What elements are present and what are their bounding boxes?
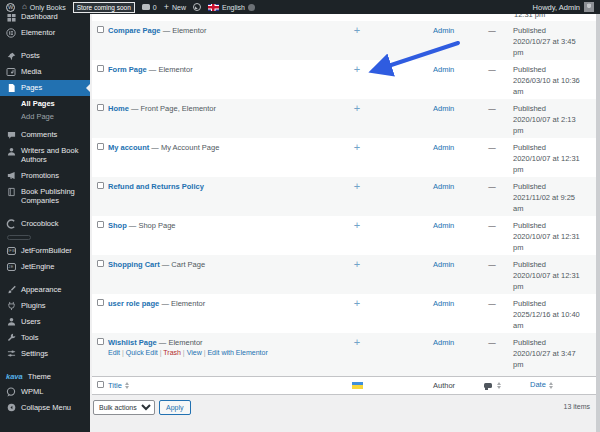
avatar[interactable]	[584, 2, 594, 12]
sidebar-item-posts[interactable]: Posts	[0, 48, 90, 64]
add-translation-icon[interactable]: +	[354, 143, 360, 177]
sidebar-item-writers-and-book-authors[interactable]: Writers and Book Authors	[0, 143, 90, 168]
sidebar-item-promotions[interactable]: Promotions	[0, 168, 90, 184]
add-translation-icon[interactable]: +	[354, 26, 360, 60]
table-row-refund-policy: Refund and Returns Policy + Admin — Publ…	[92, 177, 596, 216]
howdy-text[interactable]: Howdy, Admin	[533, 3, 580, 12]
sidebar-item-crocoblock[interactable]: Crocoblock	[0, 216, 90, 232]
sidebar-item-book-publishing-companies[interactable]: Book Publishing Companies	[0, 184, 90, 209]
trash-link[interactable]: Trash	[163, 349, 181, 356]
sidebar-item-elementor[interactable]: Elementor	[0, 25, 90, 41]
person-icon	[6, 146, 16, 156]
sidebar-item-label: JetFormBuilder	[21, 246, 72, 255]
wpml-icon[interactable]	[193, 3, 201, 11]
page-title-link[interactable]: Form Page	[108, 65, 147, 74]
select-row-checkbox[interactable]	[97, 143, 104, 150]
sidebar-item-appearance[interactable]: Appearance	[0, 282, 90, 298]
sidebar-item-label: Promotions	[21, 171, 59, 180]
select-row-checkbox[interactable]	[97, 26, 104, 33]
page-title-link[interactable]: Home	[108, 104, 129, 113]
add-translation-icon[interactable]: +	[354, 260, 360, 294]
sidebar-item-label: JetEngine	[21, 262, 54, 271]
author-column-label: Author	[433, 381, 455, 390]
no-comments-dash: —	[488, 26, 496, 35]
page-title-suffix: — My Account Page	[151, 143, 219, 152]
select-row-checkbox[interactable]	[97, 65, 104, 72]
sort-by-title[interactable]: Title	[108, 381, 129, 390]
select-row-checkbox[interactable]	[97, 338, 104, 345]
sidebar-item-kava-theme[interactable]: kava Theme	[0, 369, 90, 384]
add-translation-icon[interactable]: +	[354, 299, 360, 333]
select-row-checkbox[interactable]	[97, 299, 104, 306]
new-content-menu[interactable]: + New	[164, 3, 186, 11]
add-translation-icon[interactable]: +	[354, 221, 360, 255]
sidebar-item-dashboard[interactable]: Dashboard	[0, 14, 90, 25]
partial-row: 12:31 pm	[92, 14, 596, 21]
author-link[interactable]: Admin	[433, 182, 454, 191]
submenu-item-add-page[interactable]: Add Page	[0, 110, 90, 123]
sort-arrows-icon	[125, 382, 129, 389]
add-translation-icon[interactable]: +	[354, 65, 360, 99]
store-coming-soon-badge[interactable]: Store coming soon	[73, 2, 135, 13]
publish-status: Published	[513, 338, 587, 349]
site-name-menu[interactable]: ⌂ Only Books	[22, 3, 66, 11]
select-row-checkbox[interactable]	[97, 104, 104, 111]
page-title-link[interactable]: Shop	[108, 221, 127, 230]
wordpress-logo-icon[interactable]: W	[6, 3, 15, 12]
collapse-menu-button[interactable]: Collapse Menu	[0, 400, 90, 416]
page-title-suffix: — Elementor	[159, 338, 203, 347]
author-link[interactable]: Admin	[433, 221, 454, 230]
view-link[interactable]: View	[187, 349, 202, 356]
comments-column-icon[interactable]	[484, 383, 492, 389]
sidebar-item-comments[interactable]: Comments	[0, 127, 90, 143]
select-row-checkbox[interactable]	[97, 182, 104, 189]
author-link[interactable]: Admin	[433, 104, 454, 113]
add-translation-icon[interactable]: +	[354, 104, 360, 138]
no-comments-dash: —	[488, 338, 496, 347]
language-flag-icon[interactable]	[352, 382, 363, 389]
author-link[interactable]: Admin	[433, 26, 454, 35]
language-switcher[interactable]: English	[208, 4, 255, 11]
author-link[interactable]: Admin	[433, 143, 454, 152]
page-title-link[interactable]: Compare Page	[108, 26, 161, 35]
page-title-link[interactable]: Wishlist Page	[108, 338, 157, 347]
page-title-link[interactable]: user role page	[108, 299, 159, 308]
apply-button[interactable]: Apply	[159, 400, 191, 415]
author-link[interactable]: Admin	[433, 65, 454, 74]
megaphone-icon	[6, 171, 16, 181]
quick-edit-link[interactable]: Quick Edit	[126, 349, 158, 356]
submenu-item-all-pages[interactable]: All Pages	[0, 97, 90, 110]
sidebar-item-tools[interactable]: Tools	[0, 330, 90, 346]
site-name-label: Only Books	[30, 4, 66, 11]
add-translation-icon[interactable]: +	[354, 338, 360, 376]
sidebar-item-jetengine[interactable]: JE JetEngine	[0, 259, 90, 275]
sidebar-item-jetformbuilder[interactable]: JFB JetFormBuilder	[0, 243, 90, 259]
home-icon: ⌂	[22, 3, 27, 11]
edit-link[interactable]: Edit	[108, 349, 120, 356]
sidebar-item-pages[interactable]: Pages	[0, 80, 90, 96]
page-title-link[interactable]: My account	[108, 143, 149, 152]
select-row-checkbox[interactable]	[97, 260, 104, 267]
sidebar-item-plugins[interactable]: Plugins	[0, 298, 90, 314]
sidebar-item-users[interactable]: Users	[0, 314, 90, 330]
comments-menu[interactable]: 0	[142, 4, 157, 11]
sort-by-date[interactable]: Date	[530, 380, 553, 391]
sidebar-item-wpml[interactable]: WPML	[0, 384, 90, 400]
publish-date: 2020/10/07 at 12:31 pm	[513, 271, 587, 293]
scrollbar[interactable]	[596, 14, 600, 432]
page-title-link[interactable]: Refund and Returns Policy	[108, 182, 204, 191]
author-link[interactable]: Admin	[433, 260, 454, 269]
author-link[interactable]: Admin	[433, 299, 454, 308]
page-title-link[interactable]: Shopping Cart	[108, 260, 160, 269]
add-translation-icon[interactable]: +	[354, 182, 360, 216]
partial-date-text: 12:31 pm	[514, 14, 545, 19]
select-row-checkbox[interactable]	[97, 221, 104, 228]
author-link[interactable]: Admin	[433, 338, 454, 347]
edit-with-elementor-link[interactable]: Edit with Elementor	[207, 349, 267, 356]
bulk-actions-select[interactable]: Bulk actions	[93, 400, 155, 415]
sidebar-item-media[interactable]: Media	[0, 64, 90, 80]
select-all-checkbox[interactable]	[97, 381, 104, 388]
sidebar-item-settings[interactable]: Settings	[0, 346, 90, 362]
publish-status: Published	[513, 104, 587, 115]
no-comments-dash: —	[488, 299, 496, 308]
